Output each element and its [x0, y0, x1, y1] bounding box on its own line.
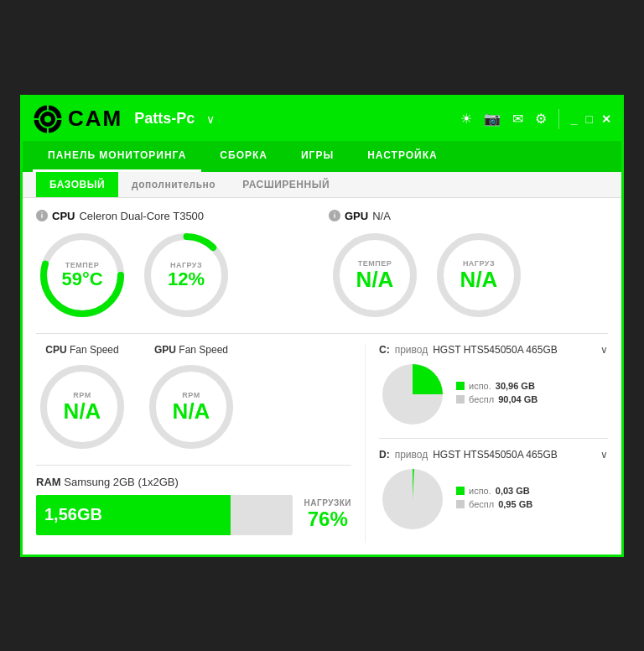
disk-c-free-dot	[456, 395, 465, 404]
disk-d-chevron[interactable]: ∨	[600, 449, 608, 461]
cpu-fan-item: CPU Fan Speed RPM N/A	[36, 344, 128, 453]
cpu-load-gauge-wrapper: НАГРУЗ 12%	[140, 229, 232, 321]
nav-tabs: ПАНЕЛЬ МОНИТОРИНГА СБОРКА ИГРЫ НАСТРОЙКА	[23, 141, 621, 172]
disk-c-chevron[interactable]: ∨	[600, 344, 608, 356]
bottom-row: CPU Fan Speed RPM N/A	[36, 344, 608, 543]
cpu-gpu-row: i CPU Celeron Dual-Core T3500 ТЕ	[36, 210, 608, 321]
right-panel: C: привод HGST HTS545050A 465GB ∨	[365, 344, 608, 543]
gpu-load-inner: НАГРУЗ N/A	[460, 258, 498, 291]
disk-c-content: испо. 30,96 GB беспл 90,04 GB	[379, 361, 608, 428]
settings-icon[interactable]: ⚙	[535, 111, 547, 127]
disk-d-free-item: беспл 0,95 GB	[456, 499, 532, 509]
gpu-section: i GPU N/A ТЕМПЕР N/A	[329, 210, 608, 321]
tab-build[interactable]: СБОРКА	[205, 141, 283, 172]
subtab-basic[interactable]: БАЗОВЫЙ	[36, 172, 118, 197]
pc-dropdown-chevron[interactable]: ∨	[206, 112, 215, 126]
gpu-temp-gauge: ТЕМПЕР N/A	[329, 229, 421, 321]
gpu-temp-gauge-wrapper: ТЕМПЕР N/A	[329, 229, 421, 321]
ram-used-value: 1,56GB	[44, 505, 102, 524]
ram-bar-inner: 1,56GB	[36, 495, 231, 535]
disk-c-used-item: испо. 30,96 GB	[456, 381, 538, 391]
main-content: i CPU Celeron Dual-Core T3500 ТЕ	[23, 198, 621, 555]
maximize-button[interactable]: □	[586, 112, 593, 126]
sub-tabs: БАЗОВЫЙ дополнительно РАСШИРЕННЫЙ	[23, 172, 621, 198]
disk-c-legend: испо. 30,96 GB беспл 90,04 GB	[456, 381, 538, 408]
cpu-temp-gauge-wrapper: ТЕМПЕР 59°C	[36, 229, 128, 321]
disk-d-legend: испо. 0,03 GB беспл 0,95 GB	[456, 486, 532, 513]
disk-c-letter: C:	[379, 344, 390, 356]
gpu-load-value: N/A	[460, 266, 498, 291]
disk-c-name: HGST HTS545050A 465GB	[433, 344, 558, 356]
subtab-extended[interactable]: РАСШИРЕННЫЙ	[229, 172, 343, 197]
disk-c-pie	[379, 361, 446, 428]
divider-3	[379, 438, 608, 439]
cpu-fan-label: CPU Fan Speed	[45, 344, 118, 356]
gpu-temp-inner: ТЕМПЕР N/A	[356, 258, 394, 291]
gpu-temp-value: N/A	[356, 266, 394, 291]
ram-load-label: НАГРУЗКИ	[304, 498, 351, 508]
close-button[interactable]: ✕	[601, 112, 611, 126]
tab-settings[interactable]: НАСТРОЙКА	[352, 141, 453, 172]
gpu-load-gauge: НАГРУЗ N/A	[433, 229, 525, 321]
gpu-fan-inner: RPM N/A	[173, 390, 210, 423]
gpu-load-gauge-wrapper: НАГРУЗ N/A	[433, 229, 525, 321]
gpu-fan-gauge: RPM N/A	[145, 361, 237, 453]
title-icons: ☀ 📷 ✉ ⚙ _ □ ✕	[460, 109, 611, 129]
gpu-name: N/A	[372, 210, 391, 222]
gpu-info-icon[interactable]: i	[329, 210, 340, 221]
disk-d-used-item: испо. 0,03 GB	[456, 486, 532, 496]
cpu-label: i CPU Celeron Dual-Core T3500	[36, 210, 315, 222]
cpu-temp-gauge: ТЕМПЕР 59°C	[36, 229, 128, 321]
cpu-fan-gauge: RPM N/A	[36, 361, 128, 453]
app-window: CAM Patts-Pc ∨ ☀ 📷 ✉ ⚙ _ □ ✕ ПАНЕЛЬ МОНИ…	[20, 95, 624, 557]
disk-d-section: D: привод HGST HTS545050A 465GB ∨	[379, 449, 608, 533]
title-bar: CAM Patts-Pc ∨ ☀ 📷 ✉ ⚙ _ □ ✕	[23, 97, 621, 141]
gpu-section-title: GPU	[345, 210, 368, 222]
disk-d-pie	[379, 466, 446, 533]
cpu-fan-value: N/A	[64, 398, 101, 423]
disk-d-free-label: беспл	[469, 499, 494, 509]
cpu-load-inner: НАГРУЗ 12%	[168, 260, 205, 289]
minimize-button[interactable]: _	[571, 112, 578, 126]
divider-1	[36, 333, 608, 334]
tab-games[interactable]: ИГРЫ	[286, 141, 349, 172]
cpu-fan-inner: RPM N/A	[64, 390, 101, 423]
left-panel: CPU Fan Speed RPM N/A	[36, 344, 365, 543]
logo: CAM	[33, 104, 122, 134]
tab-monitoring[interactable]: ПАНЕЛЬ МОНИТОРИНГА	[33, 141, 201, 172]
disk-c-free-item: беспл 90,04 GB	[456, 394, 538, 404]
brightness-icon[interactable]: ☀	[460, 111, 472, 127]
disk-d-used-value: 0,03 GB	[496, 486, 530, 496]
disk-d-used-dot	[456, 487, 465, 495]
title-separator	[558, 109, 559, 129]
cpu-load-gauge: НАГРУЗ 12%	[140, 229, 232, 321]
ram-section: RAM Samsung 2GB (1x2GB) 1,56GB НАГРУЗКИ …	[36, 476, 351, 535]
mail-icon[interactable]: ✉	[512, 111, 523, 127]
disk-d-letter: D:	[379, 449, 390, 461]
cpu-name: Celeron Dual-Core T3500	[79, 210, 204, 222]
disk-d-content: испо. 0,03 GB беспл 0,95 GB	[379, 466, 608, 533]
cpu-load-value: 12%	[168, 268, 205, 289]
gpu-fan-value: N/A	[173, 398, 210, 423]
ram-load-value: 76%	[304, 508, 351, 531]
subtab-additional[interactable]: дополнительно	[118, 172, 229, 197]
divider-2	[36, 465, 351, 466]
disk-c-free-label: беспл	[469, 394, 494, 404]
disk-d-free-dot	[456, 500, 465, 508]
disk-c-type: привод	[395, 344, 428, 356]
disk-d-header: D: привод HGST HTS545050A 465GB ∨	[379, 449, 608, 461]
ram-header: RAM Samsung 2GB (1x2GB)	[36, 476, 351, 488]
cpu-temp-inner: ТЕМПЕР 59°C	[61, 260, 102, 289]
gpu-label: i GPU N/A	[329, 210, 608, 222]
camera-icon[interactable]: 📷	[484, 111, 501, 127]
disk-d-type: привод	[395, 449, 428, 461]
disk-c-used-value: 30,96 GB	[496, 381, 535, 391]
cpu-info-icon[interactable]: i	[36, 210, 48, 221]
pc-name: Patts-Pc	[134, 110, 195, 128]
cpu-section: i CPU Celeron Dual-Core T3500 ТЕ	[36, 210, 315, 321]
disk-c-used-dot	[456, 382, 465, 390]
disk-c-free-value: 90,04 GB	[498, 394, 538, 404]
gpu-fan-label: GPU Fan Speed	[154, 344, 228, 356]
disk-c-used-label: испо.	[469, 381, 491, 391]
disk-d-used-label: испо.	[469, 486, 491, 496]
